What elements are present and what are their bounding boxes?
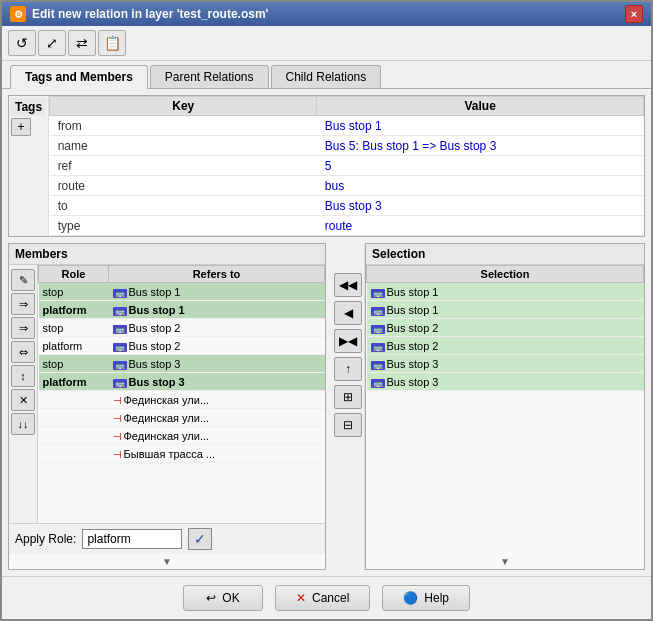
members-table: Role Refers to stop 🚌Bus stop 1 platform… — [38, 265, 325, 463]
tag-row[interactable]: type route — [50, 216, 644, 236]
member-role: stop — [39, 355, 109, 373]
refresh-button[interactable]: ↺ — [8, 30, 36, 56]
select-button[interactable]: ⤢ — [38, 30, 66, 56]
grid2-button[interactable]: ⊟ — [334, 413, 362, 437]
tag-value: Bus stop 3 — [317, 196, 644, 216]
tag-row[interactable]: route bus — [50, 176, 644, 196]
close-button[interactable]: × — [625, 5, 643, 23]
move-up-button[interactable]: ↑ — [334, 357, 362, 381]
tag-key: route — [50, 176, 317, 196]
member-row[interactable]: ⊣Бывшая трасса ... — [39, 445, 325, 463]
apply-role-label: Apply Role: — [15, 532, 76, 546]
bus-icon: 🚌 — [113, 325, 127, 334]
add-tag-button[interactable]: + — [11, 118, 31, 136]
member-row[interactable]: platform 🚌Bus stop 1 — [39, 301, 325, 319]
apply-role-row: Apply Role: ✓ — [9, 523, 325, 554]
bus-icon: 🚌 — [113, 361, 127, 370]
selection-row[interactable]: 🚌Bus stop 2 — [367, 337, 644, 355]
member-row[interactable]: platform 🚌Bus stop 2 — [39, 337, 325, 355]
refers-col-header: Refers to — [109, 266, 325, 283]
member-edit-button[interactable]: ✎ — [11, 269, 35, 291]
member-row[interactable]: ⊣Фединская ули... — [39, 427, 325, 445]
cancel-label: Cancel — [312, 591, 349, 605]
tag-row[interactable]: name Bus 5: Bus stop 1 => Bus stop 3 — [50, 136, 644, 156]
bus-icon: 🚌 — [371, 361, 385, 370]
ok-icon: ↩ — [206, 591, 216, 605]
role-col-header: Role — [39, 266, 109, 283]
tags-section: Tags + Key Value from Bus stop 1 — [8, 95, 645, 237]
member-row[interactable]: ⊣Фединская ули... — [39, 409, 325, 427]
member-role: platform — [39, 301, 109, 319]
member-reverse-button[interactable]: ⇔ — [11, 341, 35, 363]
member-refers: 🚌Bus stop 2 — [109, 337, 325, 355]
selection-scroll[interactable]: Selection 🚌Bus stop 1 🚌Bus stop 1 🚌Bus s… — [366, 265, 644, 554]
main-content: Tags + Key Value from Bus stop 1 — [2, 89, 651, 576]
grid-button[interactable]: ⊞ — [334, 385, 362, 409]
selection-item: 🚌Bus stop 2 — [367, 337, 644, 355]
cancel-icon: ✕ — [296, 591, 306, 605]
member-row[interactable]: stop 🚌Bus stop 1 — [39, 283, 325, 301]
tag-value: route — [317, 216, 644, 236]
tag-value: 5 — [317, 156, 644, 176]
tag-row[interactable]: from Bus stop 1 — [50, 116, 644, 136]
tag-key: type — [50, 216, 317, 236]
selection-row[interactable]: 🚌Bus stop 1 — [367, 283, 644, 301]
select-left-button[interactable]: ◀ — [334, 301, 362, 325]
bus-icon: 🚌 — [113, 379, 127, 388]
member-refers: ⊣Бывшая трасса ... — [109, 445, 325, 463]
member-refers: ⊣Фединская ули... — [109, 391, 325, 409]
member-move-button[interactable]: ⇒ — [11, 317, 35, 339]
bottom-bar: ↩ OK ✕ Cancel 🔵 Help — [2, 576, 651, 619]
deselect-button[interactable]: ▶◀ — [334, 329, 362, 353]
member-row[interactable]: stop 🚌Bus stop 3 — [39, 355, 325, 373]
member-sort-button[interactable]: ↕ — [11, 365, 35, 387]
tag-row[interactable]: ref 5 — [50, 156, 644, 176]
member-refers: ⊣Фединская ули... — [109, 409, 325, 427]
tab-parent-relations[interactable]: Parent Relations — [150, 65, 269, 88]
selection-transfer-buttons: ◀◀ ◀ ▶◀ ↑ ⊞ ⊟ — [332, 243, 365, 570]
members-scroll[interactable]: Role Refers to stop 🚌Bus stop 1 platform… — [38, 265, 325, 523]
tag-action-buttons: Tags + — [9, 96, 49, 236]
member-role: stop — [39, 283, 109, 301]
member-row[interactable]: stop 🚌Bus stop 2 — [39, 319, 325, 337]
tag-key: ref — [50, 156, 317, 176]
member-refers: ⊣Фединская ули... — [109, 427, 325, 445]
member-row[interactable]: platform 🚌Bus stop 3 — [39, 373, 325, 391]
member-refers: 🚌Bus stop 2 — [109, 319, 325, 337]
selection-panel: Selection Selection 🚌Bus stop 1 🚌Bus sto… — [365, 243, 645, 570]
member-role: platform — [39, 373, 109, 391]
select-all-left-button[interactable]: ◀◀ — [334, 273, 362, 297]
tag-value: Bus stop 1 — [317, 116, 644, 136]
member-row[interactable]: ⊣Фединская ули... — [39, 391, 325, 409]
member-refers: 🚌Bus stop 3 — [109, 355, 325, 373]
selection-row[interactable]: 🚌Bus stop 2 — [367, 319, 644, 337]
bus-icon: 🚌 — [113, 289, 127, 298]
member-refers: 🚌Bus stop 1 — [109, 283, 325, 301]
tag-value: Bus 5: Bus stop 1 => Bus stop 3 — [317, 136, 644, 156]
copy-button[interactable]: 📋 — [98, 30, 126, 56]
member-role — [39, 391, 109, 409]
swap-button[interactable]: ⇄ — [68, 30, 96, 56]
member-delete-button[interactable]: ✕ — [11, 389, 35, 411]
apply-role-input[interactable] — [82, 529, 182, 549]
member-down-button[interactable]: ↓↓ — [11, 413, 35, 435]
tab-tags-and-members[interactable]: Tags and Members — [10, 65, 148, 89]
ok-button[interactable]: ↩ OK — [183, 585, 263, 611]
help-button[interactable]: 🔵 Help — [382, 585, 470, 611]
member-arrow-up-button[interactable]: ⇒ — [11, 293, 35, 315]
selection-row[interactable]: 🚌Bus stop 3 — [367, 373, 644, 391]
way-icon: ⊣ — [113, 413, 122, 424]
bus-icon: 🚌 — [371, 325, 385, 334]
cancel-button[interactable]: ✕ Cancel — [275, 585, 370, 611]
scroll-down-arrow[interactable]: ▼ — [9, 554, 325, 569]
selection-row[interactable]: 🚌Bus stop 1 — [367, 301, 644, 319]
selection-row[interactable]: 🚌Bus stop 3 — [367, 355, 644, 373]
apply-role-confirm-button[interactable]: ✓ — [188, 528, 212, 550]
tab-child-relations[interactable]: Child Relations — [271, 65, 382, 88]
bus-icon: 🚌 — [113, 307, 127, 316]
selection-area: ◀◀ ◀ ▶◀ ↑ ⊞ ⊟ Selection Selection — [332, 243, 645, 570]
selection-scroll-down[interactable]: ▼ — [366, 554, 644, 569]
title-bar: ⚙ Edit new relation in layer 'test_route… — [2, 2, 651, 26]
tag-row[interactable]: to Bus stop 3 — [50, 196, 644, 216]
selection-title: Selection — [366, 244, 644, 265]
